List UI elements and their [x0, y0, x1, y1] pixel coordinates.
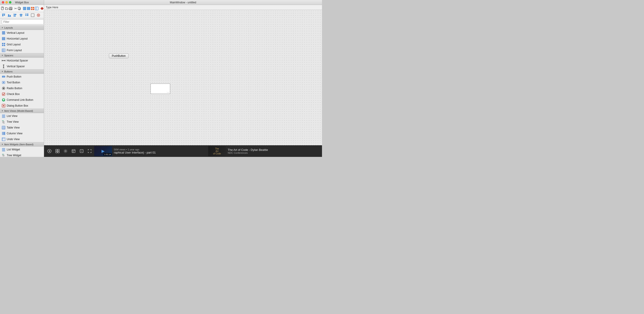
cut-button[interactable]: ✂	[14, 6, 17, 11]
list-view-icon	[2, 114, 5, 118]
align-v-left-button[interactable]	[12, 12, 18, 18]
command-link-button-item[interactable]: Command Link Button	[0, 97, 44, 103]
svg-rect-33	[28, 14, 28, 14]
minimize-button[interactable]	[5, 1, 8, 3]
undo-view-icon	[2, 137, 5, 141]
maximize-button[interactable]	[9, 1, 12, 3]
svg-rect-95	[2, 138, 5, 141]
check-box-item[interactable]: Check Box	[0, 91, 44, 97]
grid-view-button[interactable]	[54, 147, 61, 155]
svg-rect-31	[25, 14, 26, 14]
layout-grid-button[interactable]	[31, 6, 34, 11]
align-form-button[interactable]	[30, 12, 35, 18]
tool-button-icon	[2, 81, 5, 84]
canvas-area[interactable]: PushButton ...	[44, 10, 322, 145]
form-layout-item[interactable]: Form Layout	[0, 47, 44, 53]
svg-rect-103	[3, 155, 4, 155]
dialog-button-box-item[interactable]: Dialog Button Box	[0, 103, 44, 109]
svg-rect-67	[2, 93, 5, 95]
widget-toolbar2	[0, 12, 44, 18]
bottom-content: ▶ 1:01:14 56M views • 1 year ago raphica…	[94, 146, 320, 156]
svg-rect-104	[3, 156, 4, 156]
vertical-spacer-label: Vertical Spacer	[7, 65, 25, 68]
svg-rect-73	[2, 115, 5, 115]
align-h-bottom-button[interactable]	[7, 12, 12, 18]
push-button-widget[interactable]: PushButton	[109, 53, 128, 58]
check-box-icon	[2, 92, 5, 96]
tree-widget-label: Tree Widget	[7, 154, 21, 157]
horizontal-layout-item[interactable]: Horizontal Layout	[0, 36, 44, 41]
svg-rect-13	[33, 7, 34, 8]
svg-rect-51	[2, 49, 5, 52]
text-area-widget[interactable]: ...	[150, 84, 170, 94]
radio-button-item[interactable]: Radio Button	[0, 85, 44, 91]
traffic-lights	[2, 1, 12, 3]
vertical-layout-label: Vertical Layout	[7, 31, 24, 34]
layout-h-button[interactable]	[27, 6, 30, 11]
horizontal-spacer-item[interactable]: Horizontal Spacer	[0, 58, 44, 63]
svg-rect-77	[2, 120, 4, 121]
video-duration: 1:01:14	[104, 153, 112, 156]
align-h-top-button[interactable]	[1, 12, 6, 18]
svg-rect-101	[2, 151, 5, 151]
layout-v-button[interactable]	[23, 6, 26, 11]
column-view-icon	[2, 132, 5, 135]
item-views-section-header[interactable]: ▼ Item Views (Model-Based)	[0, 109, 44, 113]
svg-rect-12	[31, 7, 32, 8]
layouts-section-header[interactable]: ▼ Layouts	[0, 25, 44, 30]
vertical-layout-item[interactable]: Vertical Layout	[0, 30, 44, 36]
tree-widget-item[interactable]: Tree Widget	[0, 152, 44, 157]
copy-button[interactable]	[18, 6, 21, 11]
save-button[interactable]	[9, 6, 12, 11]
svg-rect-26	[14, 14, 16, 15]
tool-button-item[interactable]: Tool Button	[0, 79, 44, 85]
svg-rect-93	[3, 132, 4, 135]
buttons-section-header[interactable]: ▼ Buttons	[0, 69, 44, 74]
tree-view-item[interactable]: Tree View	[0, 119, 44, 125]
close-button[interactable]	[2, 1, 4, 3]
settings-button[interactable]	[62, 147, 69, 155]
table-view-label: Table View	[7, 126, 20, 129]
svg-rect-35	[26, 15, 28, 16]
vertical-spacer-item[interactable]: Vertical Spacer	[0, 63, 44, 69]
push-button-item[interactable]: OK Push Button	[0, 74, 44, 79]
svg-rect-98	[2, 148, 5, 149]
layouts-section-label: Layouts	[4, 26, 13, 29]
break-layout-button[interactable]	[40, 6, 44, 11]
svg-rect-14	[31, 9, 32, 10]
video-thumbnail[interactable]: ▶ 1:01:14	[94, 146, 112, 156]
align-grid-button[interactable]	[24, 12, 30, 18]
item-widgets-section-header[interactable]: ▼ Item Widgets (Item-Based)	[0, 142, 44, 147]
column-view-item[interactable]: Column View	[0, 130, 44, 136]
list-widget-item[interactable]: List Widget	[0, 147, 44, 152]
preview-button[interactable]	[36, 12, 41, 18]
push-button-widget-icon: OK	[2, 75, 5, 78]
svg-rect-23	[8, 14, 9, 16]
open-button[interactable]	[5, 6, 8, 11]
video2-thumbnail[interactable]: TheArtof Code	[208, 146, 226, 156]
vertical-layout-icon	[2, 31, 5, 35]
svg-rect-19	[2, 14, 5, 14]
video2-channel: NDC Conferences	[228, 152, 320, 154]
play-button[interactable]	[46, 147, 53, 155]
minimize-view-button[interactable]	[78, 147, 85, 155]
grid-layout-item[interactable]: Grid Layout	[0, 41, 44, 47]
list-view-item[interactable]: List View	[0, 113, 44, 119]
menubar-type-here[interactable]: Type Here	[46, 6, 58, 9]
svg-rect-6	[23, 7, 26, 8]
svg-point-64	[3, 82, 4, 83]
spacers-collapse-icon: ▼	[1, 54, 3, 56]
buttons-section-label: Buttons	[4, 70, 12, 73]
undo-view-item[interactable]: Undo View	[0, 136, 44, 142]
new-button[interactable]	[1, 6, 4, 11]
filter-input[interactable]	[2, 19, 44, 24]
layout-form-button[interactable]	[35, 6, 38, 11]
share-button[interactable]	[70, 147, 77, 155]
spacers-section-header[interactable]: ▼ Spacers	[0, 53, 44, 58]
fullscreen-button[interactable]	[86, 147, 93, 155]
table-view-item[interactable]: Table View	[0, 125, 44, 130]
item-views-section-label: Item Views (Model-Based)	[4, 109, 33, 112]
svg-rect-43	[2, 33, 5, 34]
align-v-center-button[interactable]	[18, 12, 24, 18]
table-view-icon	[2, 126, 5, 129]
